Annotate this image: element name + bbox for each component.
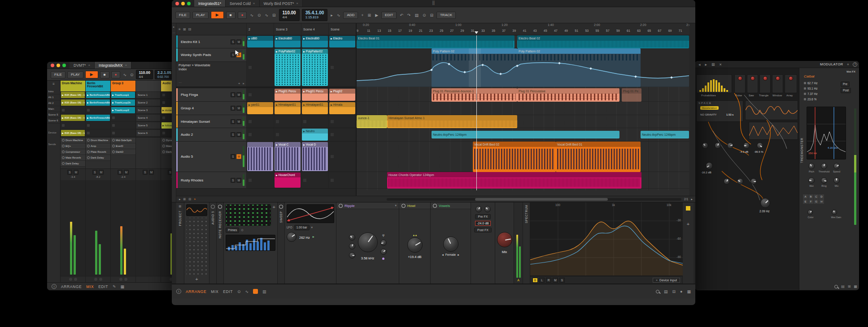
- stop-slot[interactable]: [62, 124, 65, 127]
- clip[interactable]: ▶ElectroBt0: [302, 36, 328, 47]
- record-button[interactable]: ●: [238, 12, 247, 19]
- dashboard-icon[interactable]: ⣿: [432, 0, 435, 5]
- ring-knob[interactable]: [821, 177, 827, 184]
- gear-icon[interactable]: ⊙: [241, 228, 244, 232]
- follow-icon[interactable]: ▸: [330, 13, 334, 17]
- launcher-icon[interactable]: ⊞: [367, 13, 372, 17]
- mute-button[interactable]: M: [236, 132, 241, 137]
- sidebar-scene[interactable]: Scene 6: [48, 118, 60, 124]
- project-module[interactable]: +: [184, 202, 209, 284]
- sidebar-scene[interactable]: Alt 2: [48, 100, 60, 106]
- mix-knob[interactable]: [497, 232, 512, 247]
- stop-slot[interactable]: [331, 133, 334, 136]
- clip[interactable]: ▶PolyPatter02: [275, 49, 301, 86]
- add-device-button[interactable]: +: [186, 276, 207, 282]
- device-chip[interactable]: Drum Machine: [61, 138, 85, 143]
- layer-letter[interactable]: G: [814, 199, 819, 204]
- stop-slot[interactable]: [331, 179, 334, 182]
- acceleration-chip[interactable]: Acceleration: [700, 106, 719, 110]
- grid-patch-editor[interactable]: Probabilities Pulse Saw Triangle Window …: [695, 68, 799, 290]
- scene-button[interactable]: Scene 3: [136, 107, 160, 113]
- channel-button[interactable]: S: [559, 278, 565, 283]
- file-browser-icon[interactable]: ▤: [664, 289, 668, 294]
- acceleration-time[interactable]: 1.53 s: [726, 113, 733, 116]
- fader-handle[interactable]: [99, 278, 102, 281]
- solo-button[interactable]: S: [67, 170, 72, 175]
- array-module[interactable]: [785, 74, 797, 93]
- grid-knob[interactable]: [715, 142, 721, 149]
- pan-knob[interactable]: [94, 278, 97, 281]
- probabilities-module[interactable]: [696, 74, 732, 93]
- clip[interactable]: ▶Plug01 Percu: [275, 89, 301, 101]
- metronome-icon[interactable]: ⊟: [271, 13, 277, 17]
- search-icon[interactable]: [834, 285, 838, 288]
- arrangement-clip[interactable]: ounce-1: [357, 115, 387, 128]
- knob[interactable]: [750, 76, 755, 81]
- fader-handle[interactable]: [124, 278, 127, 281]
- playhead-marker[interactable]: [475, 31, 478, 34]
- sidebar-scene[interactable]: Scene 5: [48, 112, 60, 118]
- add-icon[interactable]: +: [238, 82, 240, 86]
- grid-view-icon[interactable]: ⊞: [848, 284, 851, 288]
- mixer-track-drum-machine[interactable]: Drum Machine ▶808 (Bass 08) - H1 ▶808 (B…: [61, 81, 86, 282]
- stop-slot[interactable]: [303, 120, 306, 123]
- solo-button[interactable]: S: [231, 132, 236, 137]
- track-header[interactable]: Audio 5 SM: [176, 142, 246, 172]
- channel-button[interactable]: L: [539, 278, 545, 283]
- arrangement-clip[interactable]: Electro Beat 02: [517, 35, 689, 48]
- power-icon[interactable]: [218, 205, 222, 209]
- clip[interactable]: ▶BerlinFireworkBit01: [86, 115, 110, 121]
- device-ripple[interactable]: Ripple▾ 3.58 kHz φ: [336, 202, 399, 284]
- array-label[interactable]: Array: [786, 94, 793, 97]
- grid-knob[interactable]: [702, 142, 708, 149]
- input-selector[interactable]: ×Device Input: [653, 278, 680, 283]
- track-header[interactable]: Plug Finga SM: [176, 88, 246, 101]
- arrangement-clip[interactable]: Neutro ArpPerc 124bpm: [432, 131, 619, 138]
- automation-follow-icon[interactable]: [253, 289, 258, 294]
- grid-knob[interactable]: [743, 142, 750, 149]
- device-chip[interactable]: Amp: [86, 143, 110, 149]
- scene-button[interactable]: Scene 5: [136, 122, 160, 129]
- track-header[interactable]: Group 4 SM: [176, 102, 246, 115]
- stop-slot[interactable]: [112, 124, 115, 127]
- clipboard-icon[interactable]: ▤: [414, 13, 419, 17]
- clip[interactable]: ▶TrashLoop1: [111, 92, 135, 98]
- grid-alt-icon[interactable]: ⊟: [188, 27, 191, 31]
- tempo-display[interactable]: 110.004/4: [279, 9, 300, 21]
- grid-small-icon[interactable]: ⊞: [183, 198, 186, 201]
- mute-button[interactable]: M: [124, 170, 129, 175]
- grid-knob[interactable]: [757, 142, 763, 149]
- play-button[interactable]: ▶: [85, 71, 98, 78]
- stop-slot[interactable]: [331, 66, 334, 69]
- help-icon[interactable]: ?: [853, 62, 857, 67]
- solo-button[interactable]: S: [231, 154, 236, 159]
- knob[interactable]: [776, 76, 780, 81]
- param-row[interactable]: 23.6 %: [804, 98, 816, 101]
- play-menu[interactable]: PLAY: [67, 71, 83, 78]
- solo-button[interactable]: S: [231, 106, 236, 111]
- scene-button[interactable]: Scene 1: [136, 92, 160, 98]
- layer-letter[interactable]: D: [819, 194, 824, 199]
- stop-slot[interactable]: [112, 132, 115, 134]
- post-button[interactable]: Post: [841, 88, 851, 93]
- mix-knob[interactable]: [833, 177, 840, 184]
- close-tab-icon[interactable]: ×: [88, 63, 90, 67]
- follow-icon[interactable]: ▸: [179, 198, 181, 201]
- tempo-display[interactable]: 110.004/4: [136, 70, 153, 79]
- rate-knob[interactable]: [760, 198, 770, 208]
- ripple-knob[interactable]: [380, 249, 387, 255]
- mixer-icon[interactable]: ▥: [262, 289, 266, 294]
- stop-button[interactable]: ■: [100, 71, 109, 78]
- stop-slot[interactable]: [249, 93, 252, 96]
- loop-icon[interactable]: ∿: [122, 73, 127, 77]
- lfo-rate-selector[interactable]: 1.00 bar: [294, 225, 310, 230]
- view-tab-edit[interactable]: EDIT: [98, 284, 108, 289]
- grid-knob[interactable]: [724, 178, 730, 185]
- scene-button[interactable]: Scene 6: [136, 130, 160, 136]
- primes-chip[interactable]: Primes: [226, 228, 239, 233]
- layer-letter[interactable]: F: [808, 199, 813, 204]
- ripple-knob[interactable]: [380, 240, 387, 246]
- stop-slot[interactable]: [276, 120, 279, 123]
- io-icon[interactable]: ⊙: [422, 13, 427, 17]
- device-vowels[interactable]: Vowels ◂ Female ▸: [431, 202, 471, 284]
